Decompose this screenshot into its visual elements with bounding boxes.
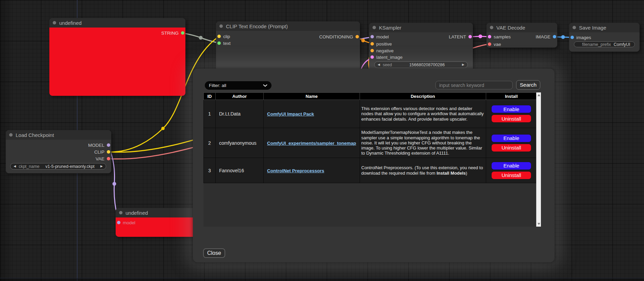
node-vae-decode[interactable]: VAE Decode samples vae IMAGE (486, 23, 557, 48)
reroute-dot[interactable] (479, 35, 482, 38)
uninstall-button[interactable]: Uninstall (491, 171, 531, 179)
collapse-dot-icon[interactable] (373, 26, 376, 29)
slot-label: MODEL (88, 143, 104, 148)
extension-link[interactable]: ControlNet Preprocessors (267, 168, 324, 173)
increment-arrow-icon[interactable]: ▶ (462, 63, 464, 66)
output-slot-latent[interactable]: LATENT (449, 34, 472, 39)
next-arrow-icon[interactable]: ▶ (100, 165, 103, 168)
node-title: Save Image (579, 25, 606, 31)
wire-vae-right (108, 147, 196, 159)
output-slot-conditioning[interactable]: CONDITIONING (319, 34, 359, 39)
collapse-dot-icon[interactable] (573, 26, 576, 29)
output-slot-model[interactable]: MODEL (88, 142, 110, 148)
node-title: CLIP Text Encode (Prompt) (226, 23, 288, 29)
slot-label: samples (494, 34, 511, 39)
input-slot-positive[interactable]: positive (370, 41, 392, 47)
slot-dot-icon[interactable] (181, 31, 184, 35)
slot-dot-icon[interactable] (117, 221, 120, 224)
collapse-dot-icon[interactable] (490, 26, 493, 29)
filename-prefix-widget[interactable]: filename_prefix ComfyUI (574, 41, 635, 47)
close-button[interactable]: Close (203, 248, 225, 258)
cell-description: ModelSamplerTonemapNoiseTest a node that… (360, 128, 486, 158)
extension-table-container: ID Author Name Description Install 1 Dr.… (203, 92, 541, 227)
collapse-dot-icon[interactable] (53, 21, 56, 24)
output-slot-string[interactable]: STRING (161, 30, 184, 36)
enable-button[interactable]: Enable (491, 105, 531, 113)
slot-dot-icon[interactable] (571, 36, 574, 39)
extension-link[interactable]: ComfyUI Impact Pack (267, 111, 314, 117)
output-slot-vae[interactable]: VAE (96, 156, 110, 161)
input-slot-images[interactable]: images (571, 35, 591, 40)
scroll-down-icon[interactable] (538, 223, 540, 225)
slot-dot-icon[interactable] (488, 35, 491, 38)
seed-widget[interactable]: ◀ seed 156680208700286 ▶ (374, 62, 468, 68)
col-header-install: Install (486, 93, 537, 100)
collapse-dot-icon[interactable] (119, 211, 122, 214)
slot-dot-icon[interactable] (370, 49, 374, 52)
filter-select[interactable]: Filter: all (205, 81, 271, 90)
enable-button[interactable]: Enable (491, 162, 531, 170)
slot-label: STRING (161, 31, 179, 36)
install-actions: Enable Uninstall (486, 134, 536, 152)
reroute-dot[interactable] (361, 39, 365, 42)
search-input[interactable] (435, 81, 513, 89)
input-slot-latent-image[interactable]: latent_image (370, 54, 402, 60)
node-title-bar[interactable]: KSampler (369, 23, 473, 32)
decrement-arrow-icon[interactable]: ◀ (378, 63, 380, 66)
slot-dot-icon[interactable] (217, 41, 221, 45)
slot-dot-icon[interactable] (370, 42, 374, 46)
slot-dot-icon[interactable] (370, 35, 374, 38)
uninstall-button[interactable]: Uninstall (491, 115, 531, 123)
input-slot-model[interactable]: model (117, 220, 135, 225)
collapse-dot-icon[interactable] (9, 133, 13, 137)
previous-arrow-icon[interactable]: ◀ (14, 165, 16, 168)
input-slot-model[interactable]: model (370, 34, 389, 39)
input-slot-samples[interactable]: samples (488, 34, 511, 39)
input-slot-text[interactable]: text (217, 40, 231, 46)
node-title-bar[interactable]: Save Image (569, 23, 640, 32)
search-button[interactable]: Search (516, 80, 540, 90)
node-title-bar[interactable]: VAE Decode (486, 23, 557, 32)
reroute-dot[interactable] (113, 182, 116, 186)
ckpt-name-widget[interactable]: ◀ ckpt_name v1-5-pruned-emaonly.ckpt ▶ (10, 163, 106, 170)
slot-label: latent_image (376, 55, 402, 60)
slot-dot-icon[interactable] (468, 35, 472, 38)
node-title-bar[interactable]: Load Checkpoint (6, 130, 111, 140)
input-slot-negative[interactable]: negative (370, 48, 394, 53)
slot-dot-icon[interactable] (553, 35, 556, 38)
wire-vae-to-decode (470, 44, 489, 49)
node-load-checkpoint[interactable]: Load Checkpoint MODEL CLIP VAE ◀ ckpt_na… (6, 130, 111, 173)
node-title-bar[interactable]: undefined (49, 18, 185, 28)
node-title: undefined (59, 20, 82, 26)
col-header-description: Description (360, 93, 486, 100)
node-save-image[interactable]: Save Image images filename_prefix ComfyU… (569, 23, 640, 52)
slot-dot-icon[interactable] (488, 42, 491, 46)
slot-dot-icon[interactable] (107, 157, 110, 160)
node-title-bar[interactable]: undefined (116, 208, 196, 217)
output-slot-clip[interactable]: CLIP (94, 149, 110, 155)
widget-value: v1-5-pruned-emaonly.ckpt (42, 164, 98, 169)
slot-label: images (576, 35, 591, 40)
reroute-dot[interactable] (161, 127, 165, 130)
node-title-bar[interactable]: CLIP Text Encode (Prompt) (216, 21, 360, 31)
description-text: ) (466, 171, 467, 176)
slot-dot-icon[interactable] (356, 35, 359, 38)
slot-dot-icon[interactable] (107, 143, 110, 147)
input-slot-clip[interactable]: clip (217, 34, 230, 39)
scroll-up-icon[interactable] (538, 94, 540, 96)
node-string-undefined[interactable]: undefined STRING (49, 18, 185, 96)
table-scrollbar[interactable] (536, 92, 541, 227)
node-model-undefined[interactable]: undefined model (116, 208, 196, 237)
slot-dot-icon[interactable] (217, 35, 221, 38)
extension-link[interactable]: ComfyUI_experiments/sampler_tonemap (267, 141, 356, 146)
input-slot-vae[interactable]: vae (488, 41, 501, 47)
uninstall-button[interactable]: Uninstall (491, 144, 531, 152)
slot-dot-icon[interactable] (370, 55, 374, 59)
enable-button[interactable]: Enable (491, 134, 531, 142)
reroute-dot[interactable] (561, 35, 565, 39)
reroute-dot[interactable] (199, 36, 203, 40)
slot-dot-icon[interactable] (107, 150, 110, 154)
output-slot-image[interactable]: IMAGE (535, 34, 556, 39)
collapse-dot-icon[interactable] (219, 24, 223, 28)
node-graph-canvas[interactable]: undefined STRING CLIP Text Encode (Promp… (0, 0, 644, 281)
